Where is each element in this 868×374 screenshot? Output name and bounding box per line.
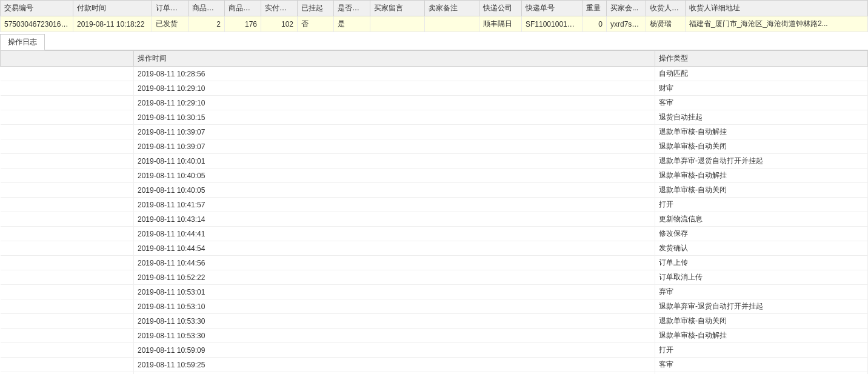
log-row[interactable]: 2019-08-11 10:52:22订单取消上传 [1, 270, 868, 285]
cell-suspended: 否 [298, 16, 334, 32]
log-cell-blank [1, 329, 134, 343]
log-row[interactable]: 2019-08-11 10:59:25财审 [1, 372, 868, 375]
cell-courier: 顺丰隔日 [479, 16, 522, 32]
log-cell-time: 2019-08-11 10:53:10 [134, 299, 655, 314]
log-cell-time: 2019-08-11 10:30:15 [134, 110, 655, 125]
log-row[interactable]: 2019-08-11 10:40:05退款单审核-自动关闭 [1, 183, 868, 198]
log-cell-time: 2019-08-11 10:40:05 [134, 169, 655, 183]
log-cell-blank [1, 285, 134, 299]
log-cell-blank [1, 169, 134, 183]
log-row[interactable]: 2019-08-11 10:44:54发货确认 [1, 241, 868, 256]
log-cell-blank [1, 299, 134, 314]
log-cell-type: 退款单审核-自动解挂 [655, 125, 868, 139]
log-cell-type: 打开 [655, 343, 868, 358]
log-cell-time: 2019-08-11 10:44:54 [134, 241, 655, 256]
log-cell-time: 2019-08-11 10:29:10 [134, 96, 655, 110]
col-header[interactable]: 是否开票 [334, 1, 370, 16]
log-cell-time: 2019-08-11 10:52:22 [134, 270, 655, 285]
col-header[interactable]: 重量 [583, 1, 607, 16]
log-cell-blank [1, 110, 134, 125]
log-cell-type: 退款单审核-自动解挂 [655, 329, 868, 343]
log-row[interactable]: 2019-08-11 10:29:10财审 [1, 81, 868, 96]
log-cell-blank [1, 96, 134, 110]
log-cell-type: 客审 [655, 358, 868, 372]
col-header[interactable]: 卖家备注 [425, 1, 479, 16]
log-row[interactable]: 2019-08-11 10:41:57打开 [1, 198, 868, 212]
log-cell-blank [1, 270, 134, 285]
col-header-type[interactable]: 操作类型 [655, 51, 868, 67]
log-cell-blank [1, 227, 134, 241]
log-cell-type: 退款单审核-自动关闭 [655, 183, 868, 198]
log-cell-blank [1, 372, 134, 375]
order-header-row: 交易编号 付款时间 订单状态 商品数量 商品金额 实付金额 已挂起 是否开票 买… [1, 1, 868, 16]
log-cell-time: 2019-08-11 10:53:01 [134, 285, 655, 299]
tab-operation-log[interactable]: 操作日志 [0, 34, 45, 50]
log-row[interactable]: 2019-08-11 10:43:14更新物流信息 [1, 212, 868, 227]
log-cell-blank [1, 256, 134, 270]
cell-trade-no: 575030467230163... [1, 16, 73, 32]
cell-buyer-member: yxrd7s198 [607, 16, 646, 32]
log-row[interactable]: 2019-08-11 10:59:25客审 [1, 358, 868, 372]
log-row[interactable]: 2019-08-11 10:53:30退款单审核-自动解挂 [1, 329, 868, 343]
log-cell-blank [1, 358, 134, 372]
cell-tracking: SF1100100100... [522, 16, 583, 32]
log-cell-time: 2019-08-11 10:44:41 [134, 227, 655, 241]
log-cell-type: 发货确认 [655, 241, 868, 256]
col-header[interactable]: 商品数量 [189, 1, 225, 16]
col-header[interactable]: 订单状态 [152, 1, 189, 16]
log-row[interactable]: 2019-08-11 10:44:41修改保存 [1, 227, 868, 241]
col-header-time[interactable]: 操作时间 [134, 51, 655, 67]
order-table: 交易编号 付款时间 订单状态 商品数量 商品金额 实付金额 已挂起 是否开票 买… [0, 0, 868, 32]
cell-pay-time: 2019-08-11 10:18:22 [73, 16, 152, 32]
log-cell-blank [1, 343, 134, 358]
col-header[interactable]: 实付金额 [261, 1, 298, 16]
log-row[interactable]: 2019-08-11 10:44:56订单上传 [1, 256, 868, 270]
col-header[interactable]: 商品金额 [225, 1, 261, 16]
log-cell-time: 2019-08-11 10:41:57 [134, 198, 655, 212]
col-header[interactable]: 收货人姓名 [646, 1, 686, 16]
log-cell-type: 退款单审核-自动关闭 [655, 139, 868, 154]
log-cell-time: 2019-08-11 10:53:30 [134, 314, 655, 329]
col-header[interactable]: 付款时间 [73, 1, 152, 16]
log-row[interactable]: 2019-08-11 10:53:30退款单审核-自动关闭 [1, 314, 868, 329]
log-cell-blank [1, 139, 134, 154]
col-header-blank[interactable] [1, 51, 134, 67]
log-cell-type: 打开 [655, 198, 868, 212]
col-header[interactable]: 快递公司 [479, 1, 522, 16]
col-header[interactable]: 已挂起 [298, 1, 334, 16]
col-header[interactable]: 收货人详细地址 [686, 1, 868, 16]
log-cell-blank [1, 125, 134, 139]
order-row[interactable]: 575030467230163... 2019-08-11 10:18:22 已… [1, 16, 868, 32]
log-row[interactable]: 2019-08-11 10:53:10退款单弃审-退货自动打开并挂起 [1, 299, 868, 314]
log-cell-blank [1, 198, 134, 212]
log-row[interactable]: 2019-08-11 10:40:01退款单弃审-退货自动打开并挂起 [1, 154, 868, 169]
log-cell-type: 退款单审核-自动关闭 [655, 314, 868, 329]
log-row[interactable]: 2019-08-11 10:39:07退款单审核-自动关闭 [1, 139, 868, 154]
log-cell-blank [1, 241, 134, 256]
log-cell-type: 更新物流信息 [655, 212, 868, 227]
log-cell-blank [1, 154, 134, 169]
log-cell-time: 2019-08-11 10:28:56 [134, 67, 655, 81]
col-header[interactable]: 买家会... [607, 1, 646, 16]
log-row[interactable]: 2019-08-11 10:28:56自动匹配 [1, 67, 868, 81]
log-row[interactable]: 2019-08-11 10:39:07退款单审核-自动解挂 [1, 125, 868, 139]
log-cell-time: 2019-08-11 10:59:09 [134, 343, 655, 358]
log-row[interactable]: 2019-08-11 10:40:05退款单审核-自动解挂 [1, 169, 868, 183]
log-header-row: 操作时间 操作类型 [1, 51, 868, 67]
log-row[interactable]: 2019-08-11 10:53:01弃审 [1, 285, 868, 299]
col-header[interactable]: 买家留言 [370, 1, 425, 16]
log-row[interactable]: 2019-08-11 10:59:09打开 [1, 343, 868, 358]
log-cell-time: 2019-08-11 10:59:25 [134, 372, 655, 375]
cell-seller-note [425, 16, 479, 32]
col-header[interactable]: 快递单号 [522, 1, 583, 16]
log-row[interactable]: 2019-08-11 10:29:10客审 [1, 96, 868, 110]
log-cell-blank [1, 212, 134, 227]
log-cell-time: 2019-08-11 10:40:05 [134, 183, 655, 198]
log-cell-type: 退货自动挂起 [655, 110, 868, 125]
cell-invoice: 是 [334, 16, 370, 32]
log-row[interactable]: 2019-08-11 10:30:15退货自动挂起 [1, 110, 868, 125]
log-cell-type: 退款单弃审-退货自动打开并挂起 [655, 299, 868, 314]
log-cell-type: 订单取消上传 [655, 270, 868, 285]
col-header[interactable]: 交易编号 [1, 1, 73, 16]
log-cell-time: 2019-08-11 10:39:07 [134, 125, 655, 139]
